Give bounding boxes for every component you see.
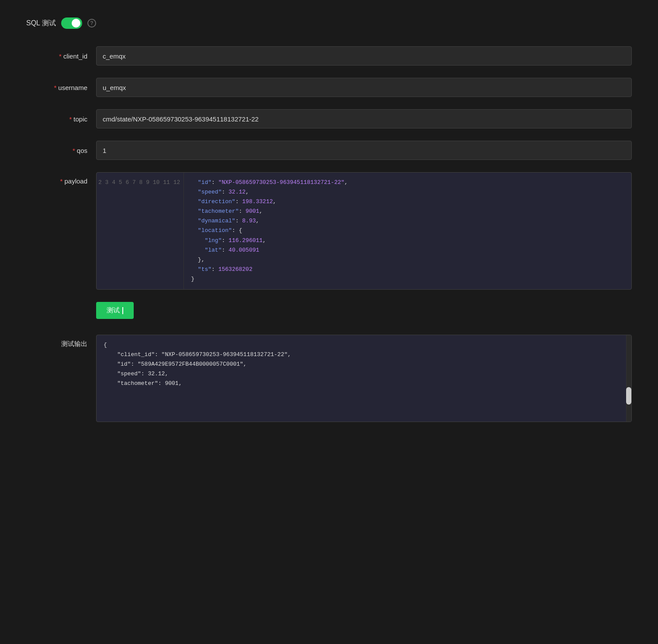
sql-test-header: SQL 测试 ?	[26, 17, 632, 29]
cursor-blink	[122, 307, 123, 314]
topic-input[interactable]	[96, 109, 632, 128]
required-star-topic: *	[69, 115, 72, 123]
client-id-input[interactable]	[96, 46, 632, 66]
client-id-label: *client_id	[26, 52, 96, 60]
payload-row: *payload 2 3 4 5 6 7 8 9 10 11 12 "id": …	[26, 172, 632, 290]
qos-label: *qos	[26, 147, 96, 154]
username-label: *username	[26, 84, 96, 91]
username-input[interactable]	[96, 78, 632, 97]
required-star-username: *	[54, 84, 56, 91]
output-box[interactable]: { "client_id": "NXP-058659730253-9639451…	[96, 335, 632, 422]
client-id-row: *client_id	[26, 46, 632, 66]
qos-input[interactable]	[96, 141, 632, 160]
qos-row: *qos	[26, 141, 632, 160]
test-button-label: 测试	[107, 306, 120, 315]
required-star: *	[59, 52, 62, 60]
output-content: { "client_id": "NXP-058659730253-9639451…	[97, 335, 626, 422]
output-scrollbar[interactable]	[626, 335, 631, 422]
help-icon[interactable]: ?	[87, 19, 96, 28]
sql-test-label: SQL 测试	[26, 19, 56, 28]
scrollbar-thumb[interactable]	[626, 387, 631, 405]
output-row: 测试输出 { "client_id": "NXP-058659730253-96…	[26, 335, 632, 422]
username-row: *username	[26, 78, 632, 97]
payload-code[interactable]: "id": "NXP-058659730253-963945118132721-…	[184, 173, 631, 289]
payload-editor[interactable]: 2 3 4 5 6 7 8 9 10 11 12 "id": "NXP-0586…	[96, 172, 632, 290]
required-star-payload: *	[60, 177, 63, 185]
output-label: 测试输出	[26, 335, 96, 348]
payload-label: *payload	[26, 172, 96, 185]
topic-label: *topic	[26, 115, 96, 123]
topic-row: *topic	[26, 109, 632, 128]
sql-test-toggle[interactable]	[61, 17, 82, 29]
required-star-qos: *	[73, 147, 75, 154]
line-numbers: 2 3 4 5 6 7 8 9 10 11 12	[97, 173, 184, 289]
test-button[interactable]: 测试	[96, 302, 134, 319]
toggle-thumb	[72, 19, 80, 28]
